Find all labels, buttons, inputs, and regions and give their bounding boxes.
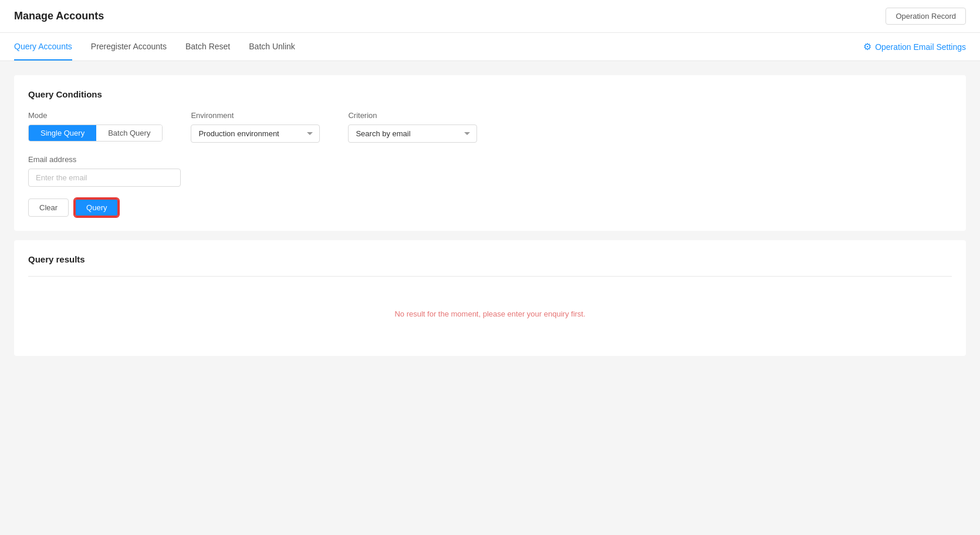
nav-tabs-left: Query Accounts Preregister Accounts Batc… (14, 33, 295, 60)
operation-record-button[interactable]: Operation Record (886, 8, 966, 25)
environment-group: Environment Production environment (191, 111, 320, 143)
nav-tabs: Query Accounts Preregister Accounts Batc… (0, 33, 980, 61)
operation-email-settings-link[interactable]: ⚙ Operation Email Settings (863, 41, 966, 52)
form-row-top: Mode Single Query Batch Query Environmen… (28, 111, 952, 143)
environment-label: Environment (191, 111, 320, 120)
criterion-label: Criterion (348, 111, 477, 120)
single-query-button[interactable]: Single Query (29, 125, 96, 141)
header: Manage Accounts Operation Record (0, 0, 980, 33)
email-input[interactable] (28, 169, 181, 187)
query-conditions-card: Query Conditions Mode Single Query Batch… (14, 75, 966, 231)
email-address-label: Email address (28, 155, 76, 164)
mode-group: Mode Single Query Batch Query (28, 111, 163, 142)
tab-batch-unlink[interactable]: Batch Unlink (249, 33, 295, 60)
clear-button[interactable]: Clear (28, 198, 69, 217)
gear-icon: ⚙ (863, 41, 871, 52)
empty-results-message: No result for the moment, please enter y… (28, 286, 952, 342)
query-button[interactable]: Query (75, 198, 119, 217)
query-conditions-title: Query Conditions (28, 89, 952, 99)
criterion-select[interactable]: Search by email (348, 125, 477, 143)
query-results-title: Query results (28, 254, 952, 264)
tab-batch-reset[interactable]: Batch Reset (185, 33, 230, 60)
action-buttons: Clear Query (28, 198, 952, 217)
batch-query-button[interactable]: Batch Query (96, 125, 162, 141)
tab-query-accounts[interactable]: Query Accounts (14, 33, 72, 60)
query-results-card: Query results No result for the moment, … (14, 240, 966, 356)
tab-preregister-accounts[interactable]: Preregister Accounts (91, 33, 167, 60)
main-content: Query Conditions Mode Single Query Batch… (0, 61, 980, 535)
mode-label: Mode (28, 111, 163, 120)
page-title: Manage Accounts (14, 10, 104, 22)
mode-toggle: Single Query Batch Query (28, 125, 163, 142)
email-section: Email address (28, 154, 952, 187)
divider (28, 276, 952, 277)
environment-select[interactable]: Production environment (191, 125, 320, 143)
criterion-group: Criterion Search by email (348, 111, 477, 143)
